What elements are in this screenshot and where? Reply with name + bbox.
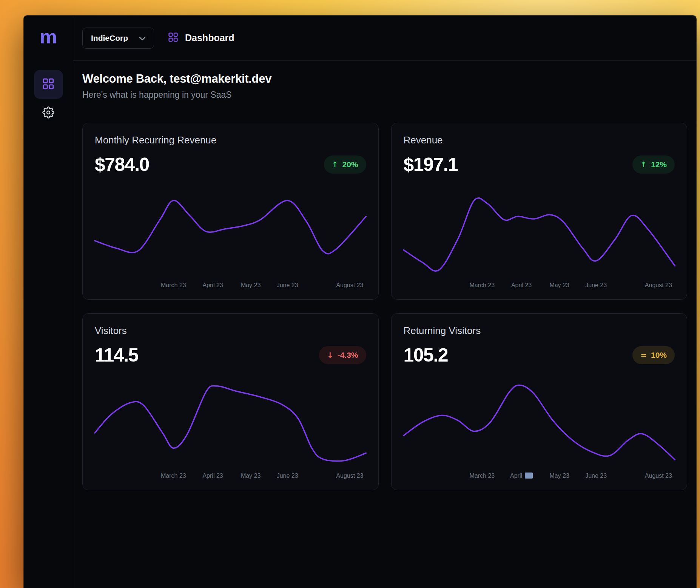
metric-card-visitors: Visitors 114.5 ↓ -4.3% Mar	[82, 313, 379, 490]
x-axis-label: March 23	[470, 282, 495, 289]
chart-x-axis: March 23 April May 23 June 23 August 23	[404, 473, 675, 481]
selection-highlight	[525, 473, 533, 479]
workspace-name: IndieCorp	[91, 34, 128, 43]
desktop-wallpaper: { "sidebar": { "logo_text": "m", "nav_it…	[0, 0, 700, 588]
metric-card-grid: Monthly Recurring Revenue $784.0 ↑ 20%	[82, 123, 687, 490]
x-axis-label: April	[510, 473, 533, 479]
x-axis-label: March 23	[470, 473, 495, 479]
x-axis-label: August 23	[645, 282, 672, 289]
trend-badge: ↓ -4.3%	[319, 346, 366, 364]
arrow-down-icon: ↓	[327, 351, 333, 360]
trend-badge: ↑ 12%	[632, 155, 675, 174]
x-axis-label: May 23	[549, 473, 569, 479]
dashboard-content: Welcome Back, test@makerkit.dev Here's w…	[73, 61, 696, 490]
x-axis-label: March 23	[161, 282, 186, 289]
chart-x-axis: March 23 April 23 May 23 June 23 August …	[95, 282, 366, 290]
x-axis-label: June 23	[585, 282, 607, 289]
x-axis-label: June 23	[585, 473, 607, 479]
chart-x-axis: March 23 April 23 May 23 June 23 August …	[404, 282, 675, 290]
card-title: Monthly Recurring Revenue	[95, 134, 366, 146]
arrow-up-icon: ↑	[640, 160, 647, 169]
makerkit-logo: m	[40, 27, 57, 46]
card-title: Visitors	[95, 325, 366, 337]
line-chart	[95, 192, 366, 276]
x-axis-label: August 23	[336, 282, 363, 289]
line-chart	[404, 383, 675, 466]
x-axis-label: June 23	[277, 282, 298, 289]
x-axis-label: June 23	[277, 473, 298, 479]
x-axis-label: March 23	[161, 473, 186, 479]
grid-icon	[42, 77, 55, 92]
metric-value: 105.2	[404, 344, 448, 366]
card-title: Returning Visitors	[404, 325, 675, 337]
x-axis-label: May 23	[241, 473, 261, 479]
sidebar: m	[24, 15, 73, 588]
app-window: m IndieCorp	[23, 15, 697, 588]
trend-value: 20%	[342, 160, 358, 169]
trend-value: -4.3%	[338, 351, 358, 360]
card-title: Revenue	[404, 134, 675, 146]
metric-value: 114.5	[95, 344, 138, 366]
sidebar-item-dashboard[interactable]	[34, 70, 63, 99]
chevron-down-icon	[139, 34, 145, 43]
trend-value: 10%	[651, 351, 667, 360]
page-title: Dashboard	[185, 32, 234, 43]
breadcrumb: Dashboard	[168, 32, 234, 44]
welcome-subheading: Here's what is happening in your SaaS	[82, 90, 687, 100]
topbar: IndieCorp Dashboard	[73, 15, 696, 61]
equals-icon: =	[640, 351, 647, 360]
x-axis-label: August 23	[336, 473, 363, 479]
arrow-up-icon: ↑	[332, 160, 338, 169]
sidebar-item-settings[interactable]	[34, 101, 63, 125]
trend-value: 12%	[651, 160, 667, 169]
trend-badge: = 10%	[632, 346, 675, 364]
grid-icon	[168, 32, 179, 44]
metric-card-returning-visitors: Returning Visitors 105.2 = 10%	[391, 313, 688, 490]
trend-badge: ↑ 20%	[324, 155, 366, 174]
metric-card-mrr: Monthly Recurring Revenue $784.0 ↑ 20%	[82, 123, 379, 300]
metric-card-revenue: Revenue $197.1 ↑ 12% March	[391, 123, 688, 300]
x-axis-label: May 23	[241, 282, 261, 289]
x-axis-label: May 23	[549, 282, 569, 289]
x-axis-label: August 23	[645, 473, 672, 479]
chart-x-axis: March 23 April 23 May 23 June 23 August …	[95, 473, 366, 481]
x-axis-label: April 23	[202, 282, 223, 289]
welcome-heading: Welcome Back, test@makerkit.dev	[82, 72, 687, 86]
line-chart	[95, 383, 366, 466]
metric-value: $784.0	[95, 154, 149, 175]
x-axis-label: April 23	[511, 282, 532, 289]
x-axis-label: April 23	[202, 473, 223, 479]
gear-icon	[42, 106, 54, 120]
metric-value: $197.1	[404, 154, 458, 175]
main-area: IndieCorp Dashboard Welcome Back	[73, 15, 696, 588]
line-chart	[404, 192, 675, 276]
workspace-selector[interactable]: IndieCorp	[82, 28, 154, 49]
